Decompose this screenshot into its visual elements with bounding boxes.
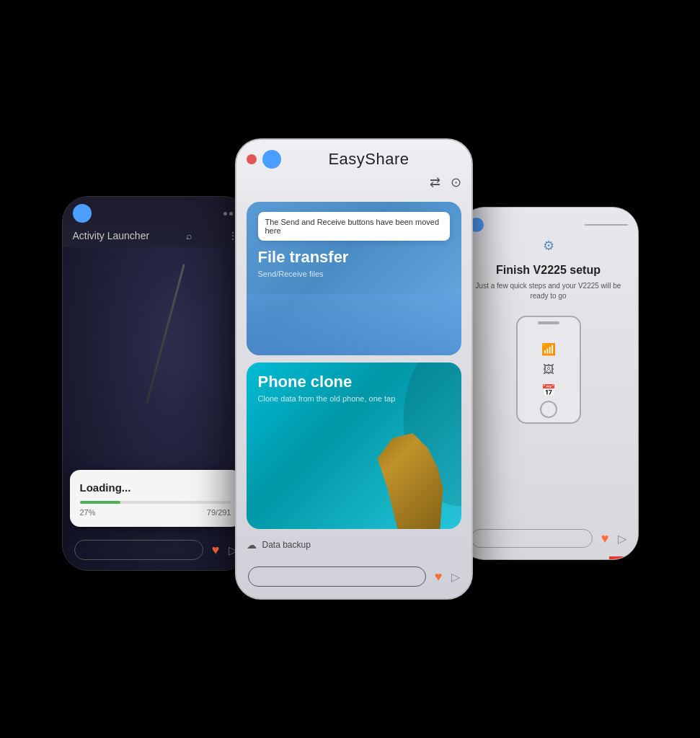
minimize-button[interactable] [247, 154, 257, 164]
progress-stats: 27% 79/291 [80, 508, 231, 517]
setup-subtitle: Just a few quick steps and your V2225 wi… [471, 281, 626, 301]
center-header: EasyShare [236, 140, 471, 174]
file-transfer-subtitle: Send/Receive files [258, 270, 450, 278]
phone-clone-title: Phone clone [258, 373, 450, 391]
blue-dot-left [73, 204, 92, 223]
setup-title: Finish V2225 setup [496, 264, 601, 277]
hand-shape [368, 428, 461, 529]
right-bottom-bar: ♥ ▷ [459, 522, 638, 559]
right-status-line [585, 224, 628, 226]
backup-icon: ☁ [247, 539, 257, 551]
calendar-icon: 📅 [541, 383, 556, 397]
center-home-pill[interactable] [248, 566, 426, 587]
left-search-icon[interactable]: ⌕ [186, 230, 192, 241]
progress-percent: 27% [80, 508, 96, 517]
right-content: Finish V2225 setup Just a few quick step… [459, 257, 638, 522]
progress-bar-background [80, 501, 231, 504]
progress-count: 79/291 [207, 508, 231, 517]
file-transfer-title: File transfer [258, 248, 450, 267]
center-share-icon[interactable]: ▷ [451, 570, 460, 584]
phones-container: Activity Launcher ⌕ ⋮ Loading... 27% 79/… [0, 0, 700, 738]
progress-bar-fill [80, 501, 121, 504]
left-app-title: Activity Launcher [73, 230, 150, 241]
right-heart-icon[interactable]: ♥ [601, 531, 609, 546]
blue-dot-center [262, 150, 281, 169]
left-content-area: Loading... 27% 79/291 [63, 247, 249, 570]
center-heart-icon[interactable]: ♥ [435, 569, 443, 584]
file-transfer-card[interactable]: The Send and Receive buttons have been m… [247, 202, 461, 355]
red-accent [609, 556, 638, 559]
wifi-icon: 📶 [541, 342, 556, 356]
history-icon[interactable]: ⊙ [451, 174, 461, 190]
center-toolbar: ⇄ ⊙ [236, 174, 471, 196]
image-icon: 🖼 [543, 363, 554, 376]
status-dot-1 [223, 212, 227, 215]
status-dot-2 [229, 212, 233, 215]
phone-right: ⚙ Finish V2225 setup Just a few quick st… [458, 207, 639, 560]
gear-icon: ⚙ [543, 238, 554, 254]
center-app-name: EasyShare [287, 150, 461, 169]
refresh-icon[interactable]: ⇄ [430, 174, 440, 190]
device-illustration: 📶 🖼 📅 [516, 316, 581, 424]
left-app-title-bar: Activity Launcher ⌕ ⋮ [63, 227, 249, 247]
left-bottom-bar: ♥ ▷ [63, 540, 249, 560]
phone-clone-card[interactable]: Phone clone Clone data from the old phon… [247, 363, 461, 529]
right-header [459, 208, 638, 238]
right-home-pill[interactable] [471, 529, 593, 548]
phone-center: EasyShare ⇄ ⊙ The Send and Receive butto… [235, 138, 473, 600]
data-backup-row[interactable]: ☁ Data backup [247, 536, 461, 554]
center-bottom-bar: ♥ ▷ [236, 559, 471, 598]
loading-title: Loading... [80, 481, 231, 494]
right-share-icon[interactable]: ▷ [618, 532, 626, 546]
center-content: The Send and Receive buttons have been m… [236, 196, 471, 559]
hand-overlay [368, 428, 461, 529]
left-home-pill[interactable] [74, 540, 203, 560]
left-status-bar [63, 197, 249, 227]
phone-left: Activity Launcher ⌕ ⋮ Loading... 27% 79/… [62, 196, 249, 571]
backup-label: Data backup [262, 540, 311, 550]
phone-clone-subtitle: Clone data from the old phone, one tap [258, 394, 450, 403]
file-transfer-tooltip: The Send and Receive buttons have been m… [258, 212, 450, 241]
loading-card: Loading... 27% 79/291 [70, 470, 242, 527]
left-heart-icon[interactable]: ♥ [212, 543, 220, 558]
